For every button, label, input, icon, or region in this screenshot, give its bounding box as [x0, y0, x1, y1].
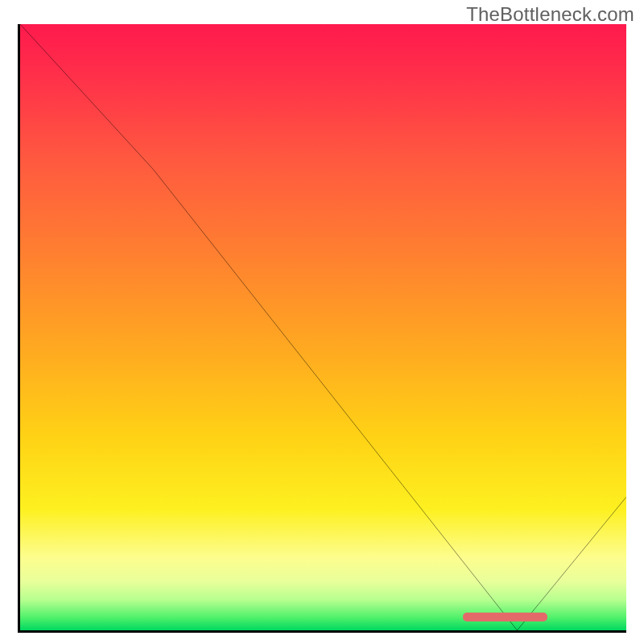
chart-stage: TheBottleneck.com [0, 0, 644, 644]
curve-path [20, 24, 626, 630]
bottleneck-curve [20, 24, 626, 630]
optimal-range-marker [463, 613, 547, 621]
plot-frame [18, 24, 626, 633]
plot-inner [20, 24, 626, 630]
watermark-label: TheBottleneck.com [466, 3, 634, 26]
